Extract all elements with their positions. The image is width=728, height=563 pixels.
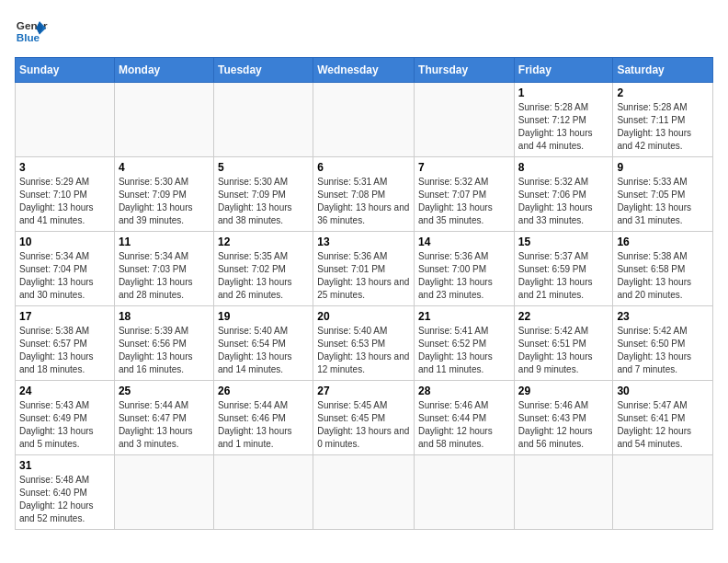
- day-info: Sunrise: 5:28 AM Sunset: 7:11 PM Dayligh…: [617, 101, 709, 153]
- day-number: 20: [317, 310, 410, 323]
- day-info: Sunrise: 5:34 AM Sunset: 7:04 PM Dayligh…: [19, 250, 110, 302]
- day-cell: 15Sunrise: 5:37 AM Sunset: 6:59 PM Dayli…: [514, 232, 613, 306]
- day-number: 17: [19, 310, 110, 323]
- day-cell: 9Sunrise: 5:33 AM Sunset: 7:05 PM Daylig…: [613, 157, 713, 232]
- day-header-friday: Friday: [514, 58, 613, 83]
- day-cell: 18Sunrise: 5:39 AM Sunset: 6:56 PM Dayli…: [114, 306, 213, 381]
- day-info: Sunrise: 5:40 AM Sunset: 6:53 PM Dayligh…: [317, 325, 410, 376]
- day-info: Sunrise: 5:46 AM Sunset: 6:43 PM Dayligh…: [518, 399, 609, 451]
- day-number: 7: [418, 161, 510, 174]
- day-cell: 10Sunrise: 5:34 AM Sunset: 7:04 PM Dayli…: [16, 232, 115, 306]
- day-cell: [415, 455, 515, 530]
- day-cell: 13Sunrise: 5:36 AM Sunset: 7:01 PM Dayli…: [313, 232, 415, 306]
- day-info: Sunrise: 5:46 AM Sunset: 6:44 PM Dayligh…: [418, 399, 510, 451]
- day-cell: 22Sunrise: 5:42 AM Sunset: 6:51 PM Dayli…: [514, 306, 613, 381]
- calendar-header-row: SundayMondayTuesdayWednesdayThursdayFrid…: [16, 58, 713, 83]
- day-info: Sunrise: 5:48 AM Sunset: 6:40 PM Dayligh…: [19, 474, 110, 525]
- day-number: 28: [418, 385, 510, 397]
- day-info: Sunrise: 5:44 AM Sunset: 6:46 PM Dayligh…: [218, 399, 309, 451]
- week-row-1: 3Sunrise: 5:29 AM Sunset: 7:10 PM Daylig…: [16, 157, 713, 232]
- day-number: 19: [218, 310, 309, 323]
- day-info: Sunrise: 5:40 AM Sunset: 6:54 PM Dayligh…: [218, 325, 309, 376]
- day-cell: 28Sunrise: 5:46 AM Sunset: 6:44 PM Dayli…: [415, 381, 515, 455]
- day-info: Sunrise: 5:29 AM Sunset: 7:10 PM Dayligh…: [19, 176, 110, 227]
- day-cell: [613, 455, 713, 530]
- day-cell: [16, 83, 115, 157]
- day-info: Sunrise: 5:28 AM Sunset: 7:12 PM Dayligh…: [518, 101, 609, 153]
- day-cell: 30Sunrise: 5:47 AM Sunset: 6:41 PM Dayli…: [613, 381, 713, 455]
- day-cell: 25Sunrise: 5:44 AM Sunset: 6:47 PM Dayli…: [114, 381, 213, 455]
- logo-icon: General Blue: [15, 15, 48, 48]
- day-number: 4: [119, 161, 210, 174]
- day-number: 31: [19, 459, 110, 472]
- day-info: Sunrise: 5:30 AM Sunset: 7:09 PM Dayligh…: [218, 176, 309, 227]
- day-header-tuesday: Tuesday: [213, 58, 313, 83]
- day-cell: [114, 455, 213, 530]
- day-number: 6: [317, 161, 410, 174]
- day-info: Sunrise: 5:32 AM Sunset: 7:07 PM Dayligh…: [418, 176, 510, 227]
- day-number: 26: [218, 385, 309, 397]
- day-number: 5: [218, 161, 309, 174]
- day-cell: 3Sunrise: 5:29 AM Sunset: 7:10 PM Daylig…: [16, 157, 115, 232]
- day-cell: 21Sunrise: 5:41 AM Sunset: 6:52 PM Dayli…: [415, 306, 515, 381]
- day-cell: [313, 455, 415, 530]
- day-number: 13: [317, 236, 410, 248]
- day-number: 1: [518, 86, 609, 99]
- day-cell: 31Sunrise: 5:48 AM Sunset: 6:40 PM Dayli…: [16, 455, 115, 530]
- day-info: Sunrise: 5:36 AM Sunset: 7:00 PM Dayligh…: [418, 250, 510, 302]
- day-info: Sunrise: 5:38 AM Sunset: 6:58 PM Dayligh…: [617, 250, 709, 302]
- page-header: General Blue: [15, 15, 713, 48]
- day-number: 23: [617, 310, 709, 323]
- day-number: 10: [19, 236, 110, 248]
- day-cell: 2Sunrise: 5:28 AM Sunset: 7:11 PM Daylig…: [613, 83, 713, 157]
- day-cell: 20Sunrise: 5:40 AM Sunset: 6:53 PM Dayli…: [313, 306, 415, 381]
- day-number: 18: [119, 310, 210, 323]
- day-info: Sunrise: 5:45 AM Sunset: 6:45 PM Dayligh…: [317, 399, 410, 451]
- day-number: 27: [317, 385, 410, 397]
- day-number: 15: [518, 236, 609, 248]
- day-info: Sunrise: 5:36 AM Sunset: 7:01 PM Dayligh…: [317, 250, 410, 302]
- day-cell: 8Sunrise: 5:32 AM Sunset: 7:06 PM Daylig…: [514, 157, 613, 232]
- day-cell: 27Sunrise: 5:45 AM Sunset: 6:45 PM Dayli…: [313, 381, 415, 455]
- day-number: 22: [518, 310, 609, 323]
- day-info: Sunrise: 5:37 AM Sunset: 6:59 PM Dayligh…: [518, 250, 609, 302]
- day-info: Sunrise: 5:44 AM Sunset: 6:47 PM Dayligh…: [119, 399, 210, 451]
- day-number: 24: [19, 385, 110, 397]
- svg-text:Blue: Blue: [17, 31, 40, 43]
- day-header-sunday: Sunday: [16, 58, 115, 83]
- week-row-2: 10Sunrise: 5:34 AM Sunset: 7:04 PM Dayli…: [16, 232, 713, 306]
- week-row-4: 24Sunrise: 5:43 AM Sunset: 6:49 PM Dayli…: [16, 381, 713, 455]
- day-number: 2: [617, 86, 709, 99]
- day-number: 3: [19, 161, 110, 174]
- day-number: 21: [418, 310, 510, 323]
- day-number: 14: [418, 236, 510, 248]
- day-cell: 12Sunrise: 5:35 AM Sunset: 7:02 PM Dayli…: [213, 232, 313, 306]
- calendar-table: SundayMondayTuesdayWednesdayThursdayFrid…: [15, 57, 713, 530]
- day-cell: [415, 83, 515, 157]
- day-info: Sunrise: 5:42 AM Sunset: 6:50 PM Dayligh…: [617, 325, 709, 376]
- day-number: 11: [119, 236, 210, 248]
- day-cell: [514, 455, 613, 530]
- day-cell: 19Sunrise: 5:40 AM Sunset: 6:54 PM Dayli…: [213, 306, 313, 381]
- day-info: Sunrise: 5:35 AM Sunset: 7:02 PM Dayligh…: [218, 250, 309, 302]
- day-cell: [213, 83, 313, 157]
- day-number: 9: [617, 161, 709, 174]
- day-info: Sunrise: 5:39 AM Sunset: 6:56 PM Dayligh…: [119, 325, 210, 376]
- day-header-thursday: Thursday: [415, 58, 515, 83]
- day-info: Sunrise: 5:43 AM Sunset: 6:49 PM Dayligh…: [19, 399, 110, 451]
- week-row-0: 1Sunrise: 5:28 AM Sunset: 7:12 PM Daylig…: [16, 83, 713, 157]
- day-cell: 17Sunrise: 5:38 AM Sunset: 6:57 PM Dayli…: [16, 306, 115, 381]
- day-cell: 26Sunrise: 5:44 AM Sunset: 6:46 PM Dayli…: [213, 381, 313, 455]
- day-cell: 23Sunrise: 5:42 AM Sunset: 6:50 PM Dayli…: [613, 306, 713, 381]
- day-info: Sunrise: 5:34 AM Sunset: 7:03 PM Dayligh…: [119, 250, 210, 302]
- day-cell: [213, 455, 313, 530]
- day-info: Sunrise: 5:32 AM Sunset: 7:06 PM Dayligh…: [518, 176, 609, 227]
- day-info: Sunrise: 5:42 AM Sunset: 6:51 PM Dayligh…: [518, 325, 609, 376]
- day-cell: [114, 83, 213, 157]
- day-cell: 4Sunrise: 5:30 AM Sunset: 7:09 PM Daylig…: [114, 157, 213, 232]
- day-number: 25: [119, 385, 210, 397]
- day-info: Sunrise: 5:30 AM Sunset: 7:09 PM Dayligh…: [119, 176, 210, 227]
- day-cell: 5Sunrise: 5:30 AM Sunset: 7:09 PM Daylig…: [213, 157, 313, 232]
- day-info: Sunrise: 5:41 AM Sunset: 6:52 PM Dayligh…: [418, 325, 510, 376]
- logo: General Blue: [15, 15, 48, 48]
